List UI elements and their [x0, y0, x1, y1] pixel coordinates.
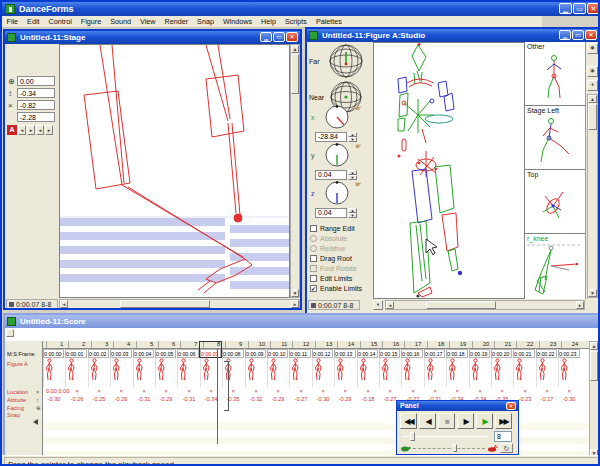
location-key-16[interactable]: ×	[379, 387, 401, 395]
frame-time-15[interactable]: 0:00.14	[357, 349, 378, 358]
studio-maximize-button[interactable]: ▭	[572, 30, 584, 40]
menu-edit[interactable]: Edit	[23, 16, 44, 28]
frame-time-21[interactable]: 0:00.20	[491, 349, 512, 358]
minimize-button[interactable]: ▁	[559, 3, 572, 14]
maximize-button[interactable]: ▭	[573, 3, 586, 14]
speaker-icon[interactable]	[33, 419, 38, 425]
stage-minimize-button[interactable]: ▁	[260, 32, 272, 42]
location-key-24[interactable]: ×	[558, 387, 580, 395]
location-key-15[interactable]: ×	[357, 387, 379, 395]
menu-file[interactable]: File	[2, 16, 23, 28]
view-pane-top[interactable]: Top	[525, 170, 585, 234]
keyframe-figure-icon[interactable]	[155, 358, 177, 387]
frame-time-10[interactable]: 0:00.09	[245, 349, 266, 358]
keyframe-figure-icon[interactable]	[491, 358, 513, 387]
frame-time-9[interactable]: 0:00.08	[222, 349, 243, 358]
attitude-key-11[interactable]: -0.29	[267, 395, 289, 403]
figure-view-icon[interactable]: ♦	[587, 80, 598, 91]
attitude-key-10[interactable]: -0.32	[245, 395, 267, 403]
app-titlebar[interactable]: DanceForms ▁ ▭ ✕	[2, 2, 600, 16]
studio-close-button[interactable]: ✕	[585, 30, 597, 40]
view-pane-r-knee[interactable]: r_knee	[525, 234, 585, 299]
playhead-line[interactable]	[217, 349, 218, 444]
track-label-facing[interactable]: Facing	[7, 405, 24, 411]
track-label-location[interactable]: Location	[7, 389, 28, 395]
frame-time-6[interactable]: 0:00.05	[155, 349, 176, 358]
location-x-input[interactable]: -0.82	[17, 100, 55, 110]
track-label-snap[interactable]: Snap	[7, 412, 20, 418]
z-grab-hand-icon[interactable]: ☛	[355, 180, 362, 189]
figure-a-tab[interactable]: A	[7, 125, 17, 135]
attitude-key-12[interactable]: -0.27	[289, 395, 311, 403]
stop-button[interactable]: ■	[438, 413, 455, 429]
frame-number-18[interactable]: 18	[427, 341, 444, 348]
keyframe-figure-icon[interactable]	[245, 358, 267, 387]
frame-number-13[interactable]: 13	[315, 341, 332, 348]
frame-number-21[interactable]: 21	[494, 341, 511, 348]
keyframe-figure-icon[interactable]	[379, 358, 401, 387]
keyframe-figure-icon[interactable]	[200, 358, 222, 387]
frame-number-7[interactable]: 7	[180, 341, 197, 348]
y-rotation-dial[interactable]	[324, 142, 350, 168]
attitude-key-13[interactable]: -0.30	[312, 395, 334, 403]
location-key-7[interactable]: ×	[177, 387, 199, 395]
studio-minimize-button[interactable]: ▁	[559, 30, 571, 40]
frame-time-3[interactable]: 0:00.02	[88, 349, 109, 358]
frame-number-15[interactable]: 15	[360, 341, 377, 348]
frame-time-19[interactable]: 0:00.18	[446, 349, 467, 358]
studio-hscrollbar[interactable]: ◂ ▸	[385, 300, 585, 310]
location-key-3[interactable]: ×	[88, 387, 110, 395]
keyframe-figure-icon[interactable]	[289, 358, 311, 387]
menu-windows[interactable]: Windows	[218, 16, 256, 28]
frame-next-button[interactable]: ▸	[45, 125, 53, 135]
frame-number-1[interactable]: 1	[46, 341, 63, 348]
views-vscrollbar[interactable]: ▲ ▼	[587, 94, 598, 298]
figure-a-label[interactable]: Figure A	[7, 361, 28, 367]
frame-number-14[interactable]: 14	[337, 341, 354, 348]
keyframe-figure-icon[interactable]	[88, 358, 110, 387]
x-grab-hand-icon[interactable]: ☛	[355, 104, 362, 113]
frame-time-7[interactable]: 0:00.06	[177, 349, 198, 358]
range-edit-checkbox[interactable]: Range Edit	[310, 224, 355, 233]
close-button[interactable]: ✕	[587, 3, 600, 14]
rewind-button[interactable]: ◀◀	[400, 413, 417, 429]
frame-time-20[interactable]: 0:00.19	[469, 349, 490, 358]
location-key-18[interactable]: ×	[424, 387, 446, 395]
track-label-attitude[interactable]: Attitude	[7, 397, 26, 403]
stage-canvas[interactable]	[59, 44, 290, 298]
stage-maximize-button[interactable]: ▭	[273, 32, 285, 42]
keyframe-figure-icon[interactable]	[446, 358, 468, 387]
attitude-key-1[interactable]: -0.30	[43, 395, 65, 403]
stage-close-button[interactable]: ✕	[286, 32, 298, 42]
attitude-key-4[interactable]: -0.26	[110, 395, 132, 403]
location-key-8[interactable]: ×	[200, 387, 222, 395]
frame-number-17[interactable]: 17	[404, 341, 421, 348]
attitude-key-7[interactable]: -0.31	[177, 395, 199, 403]
view-pane-other[interactable]: Other	[525, 42, 585, 106]
keyframe-figure-icon[interactable]	[558, 358, 580, 387]
location-key-23[interactable]: ×	[536, 387, 558, 395]
keyframe-figure-icon[interactable]	[43, 358, 65, 387]
attitude-key-14[interactable]: -0.29	[334, 395, 356, 403]
frame-number-2[interactable]: 2	[68, 341, 85, 348]
fast-forward-button[interactable]: ▶▶	[495, 413, 512, 429]
z-rotation-dial[interactable]	[324, 180, 350, 206]
figure-scale-icon[interactable]: ♦	[373, 300, 383, 310]
frame-prev-button[interactable]: ◂	[36, 125, 44, 135]
location-key-14[interactable]: ×	[334, 387, 356, 395]
camera-icon[interactable]: ◉	[587, 43, 598, 54]
location-key-2[interactable]: ×	[65, 387, 87, 395]
attitude-key-3[interactable]: -0.25	[88, 395, 110, 403]
frame-number-6[interactable]: 6	[158, 341, 175, 348]
menu-view[interactable]: View	[135, 16, 159, 28]
menu-control[interactable]: Control	[44, 16, 76, 28]
speed-slider-track[interactable]	[413, 448, 485, 449]
location-key-19[interactable]: ×	[446, 387, 468, 395]
play-button[interactable]: ▶	[476, 413, 493, 429]
edit-limits-checkbox[interactable]: Edit Limits	[310, 274, 352, 283]
frame-number-22[interactable]: 22	[516, 341, 533, 348]
attitude-key-6[interactable]: -0.29	[155, 395, 177, 403]
location-key-1[interactable]: 0.00,0.00	[43, 387, 65, 395]
frame-time-5[interactable]: 0:00.04	[133, 349, 154, 358]
menu-sound[interactable]: Sound	[106, 16, 136, 28]
